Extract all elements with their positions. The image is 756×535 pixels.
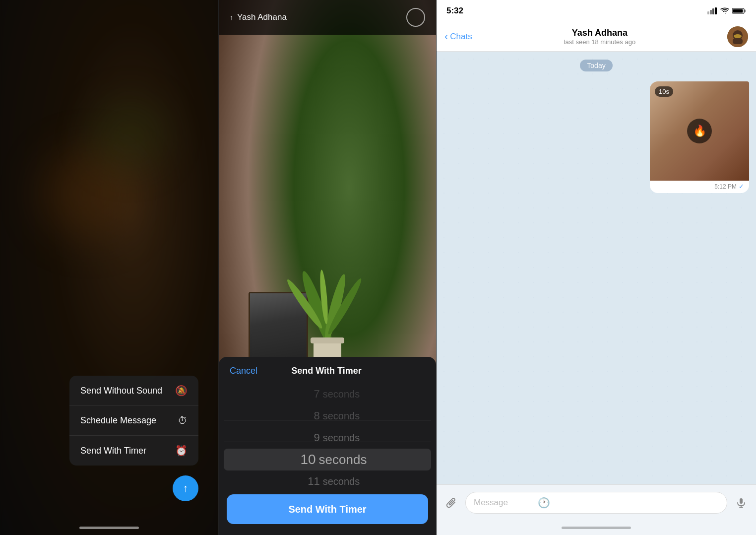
- message-check-icon: ✓: [739, 183, 744, 190]
- svg-rect-7: [707, 11, 709, 14]
- timer-picker[interactable]: 7 seconds 8 seconds 9 seconds 10 seconds…: [219, 381, 436, 490]
- input-right-icons: 🕐: [508, 497, 554, 509]
- arrow-up-icon: ↑: [230, 13, 233, 21]
- nav-title: Yash Adhana: [572, 28, 628, 38]
- status-time: 5:32: [446, 6, 463, 16]
- bell-off-icon: 🔕: [175, 385, 188, 397]
- message-time: 5:12 PM: [714, 183, 737, 190]
- nav-subtitle: last seen 18 minutes ago: [564, 38, 636, 46]
- send-arrow-icon: ↑: [183, 482, 189, 495]
- panel1-context-menu: Send Without Sound 🔕 Schedule Message ⏱ …: [0, 0, 218, 535]
- panel2-timer-picker: ↑ Yash Adhana Cancel Send With Timer: [218, 0, 437, 535]
- svg-rect-13: [733, 9, 743, 13]
- timer-send-label: Send With Timer: [288, 504, 366, 515]
- picker-label-7: seconds: [323, 389, 360, 400]
- chat-input-bar: Message 🕐: [437, 484, 756, 520]
- emoji-clock-icon[interactable]: 🕐: [538, 497, 550, 509]
- clock-timer-icon: ⏰: [175, 445, 188, 457]
- svg-rect-8: [710, 10, 712, 14]
- message-media[interactable]: 10s 🔥: [650, 81, 749, 181]
- picker-item-11[interactable]: 11 seconds: [219, 470, 436, 490]
- picker-num-11: 11: [295, 475, 320, 488]
- menu-item-label: Send Without Sound: [80, 386, 162, 396]
- attach-button[interactable]: [442, 494, 460, 512]
- back-button[interactable]: ‹ Chats: [444, 30, 472, 43]
- nav-avatar[interactable]: [727, 26, 748, 47]
- timer-modal: Cancel Send With Timer 7 seconds 8 secon…: [219, 357, 436, 535]
- picker-item-9[interactable]: 9 seconds: [219, 427, 436, 449]
- play-button[interactable]: 🔥: [687, 119, 712, 143]
- picker-num-9: 9: [295, 431, 320, 444]
- timer-badge: 10s: [655, 86, 673, 97]
- timer-modal-header: Cancel Send With Timer: [219, 357, 436, 381]
- plant-svg: [283, 247, 372, 366]
- clock-schedule-icon: ⏱: [178, 415, 188, 426]
- picker-item-10-selected[interactable]: 10 seconds: [224, 449, 431, 470]
- picker-num-7: 7: [295, 388, 320, 401]
- timer-cancel-button[interactable]: Cancel: [230, 366, 257, 376]
- mic-icon: [736, 497, 747, 508]
- menu-item-send-with-timer[interactable]: Send With Timer ⏰: [69, 436, 198, 466]
- picker-num-8: 8: [295, 409, 320, 422]
- svg-rect-10: [715, 7, 717, 14]
- picker-label-8: seconds: [323, 410, 360, 422]
- svg-rect-18: [740, 498, 743, 504]
- mic-button[interactable]: [732, 494, 750, 512]
- menu-item-send-without-sound[interactable]: Send Without Sound 🔕: [69, 376, 198, 406]
- menu-item-schedule-message[interactable]: Schedule Message ⏱: [69, 406, 198, 436]
- home-indicator: [79, 527, 139, 529]
- svg-rect-9: [712, 8, 714, 14]
- panel2-header: ↑ Yash Adhana: [219, 0, 436, 35]
- today-label-container: Today: [437, 60, 756, 71]
- message-container: 10s 🔥 5:12 PM ✓: [437, 79, 756, 195]
- message-input-field[interactable]: Message 🕐: [465, 492, 727, 514]
- picker-label-10: seconds: [319, 452, 367, 468]
- picker-item-8[interactable]: 8 seconds: [219, 405, 436, 427]
- menu-item-label: Schedule Message: [80, 415, 156, 426]
- paperclip-icon: [446, 497, 457, 508]
- menu-item-label: Send With Timer: [80, 446, 146, 456]
- signal-icon: [707, 7, 717, 14]
- svg-point-17: [734, 34, 742, 38]
- message-time-row: 5:12 PM ✓: [650, 181, 749, 193]
- svg-rect-6: [311, 337, 344, 343]
- panel2-username: ↑ Yash Adhana: [230, 12, 287, 22]
- panel3-home-bar: [562, 527, 631, 529]
- back-arrow-icon: ‹: [444, 30, 448, 43]
- svg-rect-12: [745, 10, 746, 12]
- picker-label-9: seconds: [323, 432, 360, 444]
- status-icons: [707, 7, 746, 14]
- svg-rect-16: [733, 38, 743, 44]
- avatar-image: [727, 26, 748, 47]
- panel2-circle-button[interactable]: [406, 8, 425, 27]
- panel2-name-text: Yash Adhana: [237, 12, 287, 22]
- timer-modal-title: Send With Timer: [291, 366, 362, 376]
- nav-bar: ‹ Chats Yash Adhana last seen 18 minutes…: [437, 22, 756, 52]
- context-menu: Send Without Sound 🔕 Schedule Message ⏱ …: [69, 376, 198, 466]
- battery-icon: [732, 7, 746, 14]
- chat-area: Today 10s 🔥 5:12 PM ✓: [437, 52, 756, 484]
- send-button[interactable]: ↑: [173, 475, 198, 501]
- message-bubble[interactable]: 10s 🔥 5:12 PM ✓: [650, 81, 749, 193]
- wifi-icon: [720, 7, 729, 14]
- input-placeholder: Message: [474, 498, 508, 508]
- panel3-chat: 5:32 ‹: [437, 0, 756, 535]
- picker-label-11: seconds: [323, 476, 360, 487]
- panel3-home-indicator-container: [437, 520, 756, 535]
- picker-item-7[interactable]: 7 seconds: [219, 383, 436, 405]
- timer-send-button[interactable]: Send With Timer: [227, 494, 428, 524]
- back-label: Chats: [450, 32, 472, 42]
- nav-center: Yash Adhana last seen 18 minutes ago: [472, 28, 727, 46]
- status-bar: 5:32: [437, 0, 756, 22]
- picker-num-10: 10: [288, 452, 316, 468]
- today-badge: Today: [580, 60, 612, 71]
